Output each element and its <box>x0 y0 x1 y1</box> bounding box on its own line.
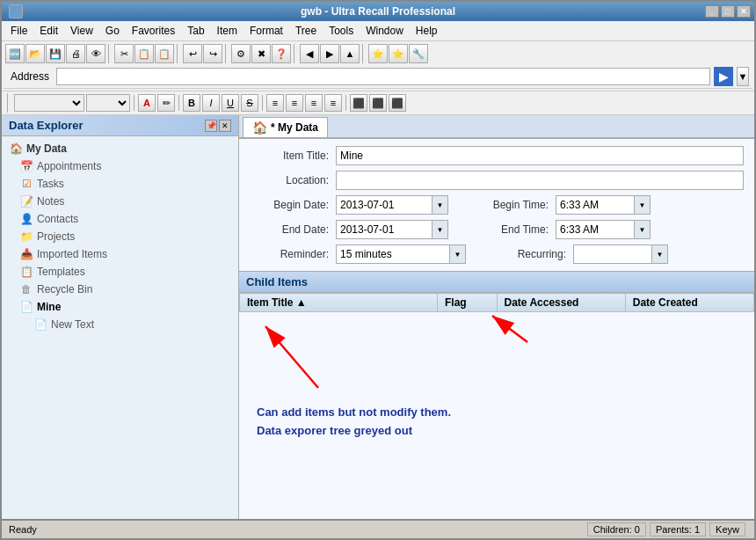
item-title-input[interactable] <box>336 146 744 165</box>
address-input[interactable] <box>56 68 710 85</box>
address-go-button[interactable]: ▶ <box>714 67 733 86</box>
menu-window[interactable]: Window <box>360 23 409 39</box>
menu-item[interactable]: Item <box>212 23 243 39</box>
sidebar-close-button[interactable]: ✕ <box>219 120 231 132</box>
sidebar-title: Data Explorer <box>9 119 84 132</box>
italic-button[interactable]: I <box>202 94 220 112</box>
undo-button[interactable]: ↩ <box>183 44 202 63</box>
begin-date-input[interactable] <box>336 195 433 215</box>
begin-time-input[interactable] <box>556 195 635 215</box>
menu-format[interactable]: Format <box>244 23 288 39</box>
copy-button[interactable]: 📋 <box>134 44 154 63</box>
tree-item-notes[interactable]: 📝 Notes <box>5 193 235 210</box>
bold-button[interactable]: B <box>183 94 200 112</box>
close-button[interactable]: ✕ <box>737 5 751 18</box>
up-button[interactable]: ▲ <box>340 44 360 63</box>
underline-button[interactable]: U <box>222 94 239 112</box>
menu-edit[interactable]: Edit <box>34 23 63 39</box>
col-header-created[interactable]: Date Created <box>625 294 753 312</box>
menu-favorites[interactable]: Favorites <box>127 23 180 39</box>
new-button[interactable]: 🆕 <box>5 44 25 63</box>
address-bar: Address ▶ ▼ <box>4 65 752 89</box>
open-button[interactable]: 📂 <box>25 44 45 63</box>
notes-icon: 📝 <box>19 194 33 208</box>
menu-tab[interactable]: Tab <box>182 23 209 39</box>
font-select[interactable] <box>14 94 84 112</box>
minimize-button[interactable]: _ <box>705 5 719 18</box>
sync-button[interactable]: ⚙ <box>231 44 251 63</box>
address-dropdown[interactable]: ▼ <box>737 67 749 86</box>
col-header-title[interactable]: Item Title ▲ <box>240 294 438 312</box>
star2-button[interactable]: ⭐ <box>389 44 408 63</box>
format-pencil-button[interactable]: ✏ <box>157 94 175 112</box>
tree-item-mydata[interactable]: 🏠 My Data <box>5 140 235 157</box>
star-button[interactable]: ⭐ <box>368 44 388 63</box>
maximize-button[interactable]: □ <box>721 5 735 18</box>
list1-button[interactable]: ≡ <box>266 94 284 112</box>
end-date-picker[interactable]: ▼ <box>433 220 448 239</box>
reminder-picker[interactable]: ▼ <box>450 244 466 264</box>
delete-button[interactable]: ✖ <box>251 44 271 63</box>
paste-button[interactable]: 📋 <box>155 44 174 63</box>
print-button[interactable]: 🖨 <box>66 44 85 63</box>
end-time-input[interactable] <box>556 220 635 239</box>
main-window: gwb - Ultra Recall Professional _ □ ✕ Fi… <box>0 0 756 540</box>
tree-label-notes: Notes <box>37 195 64 208</box>
tree-item-appointments[interactable]: 📅 Appointments <box>5 157 235 175</box>
col-header-flag[interactable]: Flag <box>438 294 498 312</box>
outdent-button[interactable]: ⬛ <box>369 94 387 112</box>
title-bar: gwb - Ultra Recall Professional _ □ ✕ <box>2 2 754 21</box>
tree-item-newtext[interactable]: 📄 New Text <box>5 316 235 333</box>
tree-item-tasks[interactable]: ☑ Tasks <box>5 175 235 193</box>
end-date-input[interactable] <box>336 220 433 239</box>
tree-item-contacts[interactable]: 👤 Contacts <box>5 210 235 228</box>
status-parents: Parents: 1 <box>650 522 706 536</box>
strikethrough-button[interactable]: S <box>241 94 258 112</box>
size-select[interactable] <box>86 94 130 112</box>
save-button[interactable]: 💾 <box>46 44 65 63</box>
tree-item-mine[interactable]: 📄 Mine <box>5 298 235 316</box>
tree-item-projects[interactable]: 📁 Projects <box>5 228 235 245</box>
menu-tools[interactable]: Tools <box>323 23 359 39</box>
tree-item-imported[interactable]: 📥 Imported Items <box>5 245 235 263</box>
pin-button[interactable]: 📌 <box>205 120 217 132</box>
begin-date-picker[interactable]: ▼ <box>433 195 448 215</box>
tab-mydata[interactable]: 🏠 * My Data <box>243 117 328 137</box>
list2-button[interactable]: ≡ <box>286 94 303 112</box>
sidebar: Data Explorer 📌 ✕ 🏠 My Data 📅 Appointmen… <box>2 115 239 519</box>
menu-file[interactable]: File <box>5 23 33 39</box>
tree-item-templates[interactable]: 📋 Templates <box>5 263 235 281</box>
reminder-input[interactable] <box>336 244 450 264</box>
recurring-input[interactable] <box>573 244 652 264</box>
window-controls: _ □ ✕ <box>705 5 751 18</box>
reminder-container: ▼ <box>336 244 466 264</box>
menu-view[interactable]: View <box>65 23 98 39</box>
wrench-button[interactable]: 🔧 <box>409 44 428 63</box>
end-time-label: End Time: <box>469 223 549 236</box>
format-bar: A ✏ B I U S ≡ ≡ ≡ ≡ ⬛ ⬛ ⬛ <box>2 91 754 115</box>
tree-label-newtext: New Text <box>51 318 94 331</box>
format-a-button[interactable]: A <box>138 94 156 112</box>
recurring-picker[interactable]: ▼ <box>652 244 668 264</box>
tree-item-recycle[interactable]: 🗑 Recycle Bin <box>5 281 235 298</box>
menu-help[interactable]: Help <box>411 23 443 39</box>
help-button[interactable]: ❓ <box>272 44 291 63</box>
list3-button[interactable]: ≡ <box>305 94 323 112</box>
cut-button[interactable]: ✂ <box>114 44 134 63</box>
back-button[interactable]: ◀ <box>300 44 319 63</box>
col-header-accessed[interactable]: Date Accessed <box>497 294 625 312</box>
window-title: gwb - Ultra Recall Professional <box>301 5 455 18</box>
list4-button[interactable]: ≡ <box>324 94 342 112</box>
tree-label-mydata: My Data <box>26 142 67 155</box>
end-time-picker[interactable]: ▼ <box>635 220 651 239</box>
begin-time-picker[interactable]: ▼ <box>635 195 651 215</box>
indent-button[interactable]: ⬛ <box>350 94 367 112</box>
preview-button[interactable]: 👁 <box>86 44 105 63</box>
end-date-label: End Date: <box>250 223 329 236</box>
location-input[interactable] <box>336 171 744 190</box>
redo-button[interactable]: ↪ <box>203 44 222 63</box>
menu-tree[interactable]: Tree <box>290 23 322 39</box>
menu-go[interactable]: Go <box>100 23 125 39</box>
forward-button[interactable]: ▶ <box>320 44 339 63</box>
extra-button[interactable]: ⬛ <box>389 94 406 112</box>
